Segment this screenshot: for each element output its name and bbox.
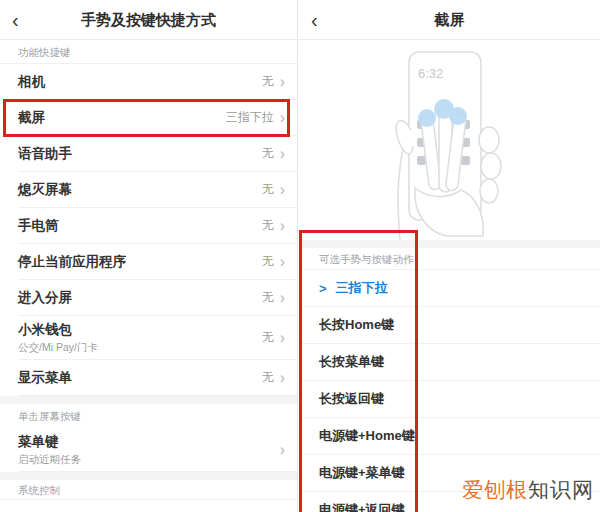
watermark-highlight: 爱刨根 xyxy=(462,478,528,501)
row-label: 停止当前应用程序 xyxy=(18,253,126,271)
row-value: 无 xyxy=(262,329,274,346)
option-label: 长按返回键 xyxy=(319,390,384,408)
row-label: 小米钱包 xyxy=(18,321,98,339)
panel-divider xyxy=(297,0,298,512)
chevron-right-icon: › xyxy=(280,254,285,270)
row-value: 无 xyxy=(262,369,274,386)
row-subtitle: 启动近期任务 xyxy=(18,453,81,467)
row-value: 无 xyxy=(262,253,274,270)
row-label: 语音助手 xyxy=(18,145,72,163)
chevron-right-icon: › xyxy=(280,146,285,162)
row-label: 显示菜单 xyxy=(18,369,72,387)
option-power-plus-home[interactable]: 电源键+Home键 xyxy=(299,418,600,455)
option-label: 电源键+Home键 xyxy=(319,427,415,445)
chevron-right-icon: › xyxy=(280,442,285,458)
chevron-right-icon: › xyxy=(280,110,285,126)
watermark: 爱刨根知识网 xyxy=(462,476,594,504)
section-label-tap-screen-buttons: 单击屏幕按键 xyxy=(0,404,297,428)
row-subtitle: 公交/Mi Pay/门卡 xyxy=(18,341,98,355)
option-long-press-home[interactable]: 长按Home键 xyxy=(299,307,600,344)
row-value: 无 xyxy=(262,181,274,198)
watermark-rest: 知识网 xyxy=(528,478,594,501)
right-header: ‹ 截屏 xyxy=(299,0,600,40)
row-label: 相机 xyxy=(18,73,45,91)
left-header: ‹ 手势及按键快捷方式 xyxy=(0,0,297,40)
illustration-time: 6:32 xyxy=(418,66,443,81)
option-three-finger-swipe-down[interactable]: > 三指下拉 xyxy=(299,270,600,307)
row-stop-current-app[interactable]: 停止当前应用程序 无› xyxy=(18,244,297,280)
section-label-system-control: 系统控制 xyxy=(0,480,297,500)
row-voice-assistant[interactable]: 语音助手 无› xyxy=(18,136,297,172)
page-title: 手势及按键快捷方式 xyxy=(0,0,297,40)
option-long-press-back[interactable]: 长按返回键 xyxy=(299,381,600,418)
row-value: 无 xyxy=(262,289,274,306)
row-camera[interactable]: 相机 无› xyxy=(18,64,297,100)
row-value: 无 xyxy=(262,145,274,162)
row-screenshot[interactable]: 截屏 三指下拉› xyxy=(18,100,297,136)
selected-arrow-icon: > xyxy=(319,281,327,296)
three-finger-gesture-illustration: 6:32 xyxy=(299,40,600,240)
option-label: 三指下拉 xyxy=(336,279,388,297)
row-turn-off-screen[interactable]: 熄灭屏幕 无› xyxy=(18,172,297,208)
row-label: 截屏 xyxy=(18,109,45,127)
section-label-available-gestures: 可选手势与按键动作 xyxy=(299,248,600,270)
gesture-shortcuts-page: ‹ 手势及按键快捷方式 功能快捷键 相机 无› 截屏 三指下拉› 语音助手 无›… xyxy=(0,0,297,512)
chevron-right-icon: › xyxy=(280,218,285,234)
screenshot-settings-page: ‹ 截屏 6:32 xyxy=(299,0,600,512)
row-label: 进入分屏 xyxy=(18,289,72,307)
chevron-right-icon: › xyxy=(280,370,285,386)
row-flashlight[interactable]: 手电筒 无› xyxy=(18,208,297,244)
row-mi-wallet[interactable]: 小米钱包 公交/Mi Pay/门卡 无› xyxy=(18,316,297,360)
option-label: 电源键+菜单键 xyxy=(319,464,405,482)
chevron-right-icon: › xyxy=(280,290,285,306)
chevron-right-icon: › xyxy=(280,74,285,90)
hand-phone-illustration-icon: 6:32 xyxy=(355,40,545,240)
row-label: 手电筒 xyxy=(18,217,59,235)
option-label: 长按菜单键 xyxy=(319,353,384,371)
row-show-menu[interactable]: 显示菜单 无› xyxy=(18,360,297,396)
section-separator xyxy=(299,240,600,248)
row-value: 无 xyxy=(262,217,274,234)
row-menu-key[interactable]: 菜单键 启动近期任务 › xyxy=(18,428,297,472)
option-long-press-menu[interactable]: 长按菜单键 xyxy=(299,344,600,381)
screen: ‹ 手势及按键快捷方式 功能快捷键 相机 无› 截屏 三指下拉› 语音助手 无›… xyxy=(0,0,600,512)
option-label: 电源键+返回键 xyxy=(319,501,405,512)
row-label: 熄灭屏幕 xyxy=(18,181,72,199)
chevron-right-icon: › xyxy=(280,330,285,346)
row-value: 三指下拉 xyxy=(226,109,274,126)
page-title: 截屏 xyxy=(299,0,600,40)
section-separator xyxy=(0,472,297,480)
section-label-function-shortcuts: 功能快捷键 xyxy=(0,40,297,64)
row-value: 无 xyxy=(262,73,274,90)
option-label: 长按Home键 xyxy=(319,316,394,334)
section-separator xyxy=(0,396,297,404)
row-label: 菜单键 xyxy=(18,433,81,451)
row-split-screen[interactable]: 进入分屏 无› xyxy=(18,280,297,316)
chevron-right-icon: › xyxy=(280,182,285,198)
